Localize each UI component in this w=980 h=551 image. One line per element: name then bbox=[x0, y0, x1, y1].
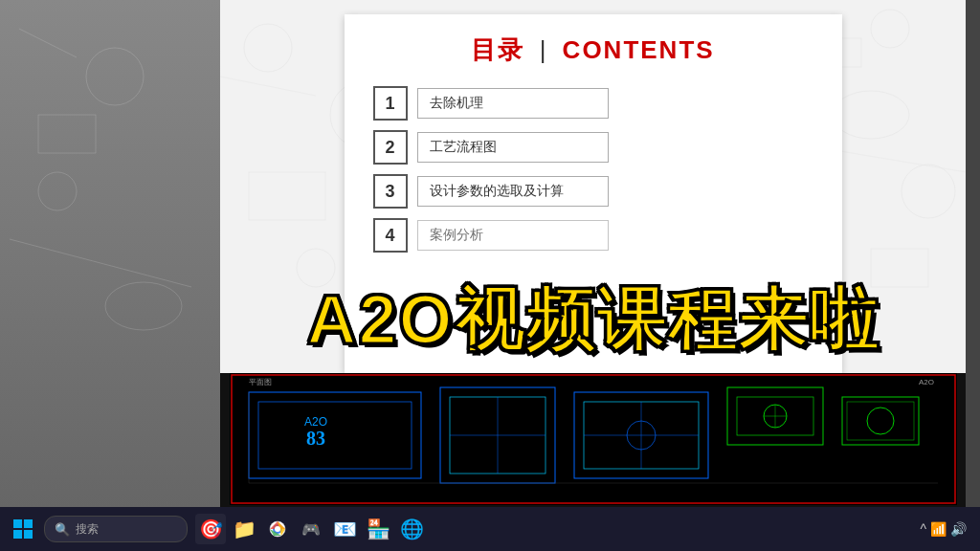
title-divider: | bbox=[540, 35, 557, 64]
left-panel bbox=[0, 0, 220, 507]
taskbar-search-bar[interactable]: 🔍 搜索 bbox=[44, 516, 188, 542]
network-icon[interactable]: 📶 bbox=[930, 521, 947, 537]
right-panel bbox=[966, 0, 980, 507]
slide-title: 目录 | CONTENTS bbox=[373, 33, 813, 67]
svg-line-4 bbox=[10, 239, 191, 287]
item-text-2: 工艺流程图 bbox=[417, 132, 609, 163]
start-button[interactable] bbox=[6, 512, 40, 546]
svg-point-7 bbox=[871, 10, 909, 48]
item-text-3: 设计参数的选取及计算 bbox=[417, 176, 609, 207]
speaker-icon[interactable]: 🔊 bbox=[950, 521, 967, 537]
item-number-4: 4 bbox=[373, 218, 408, 253]
svg-rect-16 bbox=[871, 249, 928, 287]
list-item: 3 设计参数的选取及计算 bbox=[373, 174, 813, 209]
svg-rect-12 bbox=[249, 172, 325, 220]
taskbar-app-icons: 🎯 📁 🎮 📧 🏪 🌐 bbox=[195, 514, 427, 544]
taskbar-icon-97[interactable]: 🎮 bbox=[296, 514, 326, 544]
svg-rect-47 bbox=[24, 530, 33, 539]
svg-rect-46 bbox=[13, 530, 22, 539]
svg-rect-44 bbox=[13, 519, 22, 528]
slide-section: 目录 | CONTENTS 1 去除机理 2 工艺流程图 3 设 bbox=[220, 0, 966, 373]
title-cn: 目录 bbox=[471, 35, 524, 64]
svg-text:A2O: A2O bbox=[303, 415, 326, 429]
item-number-2: 2 bbox=[373, 130, 408, 165]
center-panel: 目录 | CONTENTS 1 去除机理 2 工艺流程图 3 设 bbox=[220, 0, 966, 507]
svg-rect-2 bbox=[38, 115, 96, 153]
taskbar: 🔍 搜索 🎯 📁 🎮 📧 🏪 bbox=[0, 507, 980, 551]
item-text-4: 案例分析 bbox=[417, 220, 609, 251]
svg-rect-17 bbox=[230, 373, 957, 505]
svg-point-3 bbox=[38, 172, 77, 210]
item-number-3: 3 bbox=[373, 174, 408, 209]
svg-point-13 bbox=[902, 165, 955, 218]
taskbar-icon-edge[interactable]: 🌐 bbox=[396, 514, 427, 544]
cad-section: 83 A2O bbox=[220, 373, 966, 507]
svg-point-6 bbox=[244, 24, 292, 72]
svg-text:A2O: A2O bbox=[919, 378, 934, 386]
taskbar-icon-2[interactable]: 📁 bbox=[229, 514, 259, 544]
contents-list: 1 去除机理 2 工艺流程图 3 设计参数的选取及计算 4 案例分析 bbox=[373, 86, 813, 253]
title-en: CONTENTS bbox=[563, 35, 715, 64]
windows-logo-icon bbox=[12, 518, 33, 540]
cad-drawing: 83 A2O bbox=[230, 373, 957, 505]
svg-line-11 bbox=[220, 77, 316, 96]
svg-line-0 bbox=[19, 29, 77, 57]
taskbar-icon-chrome[interactable] bbox=[262, 514, 293, 544]
taskbar-icon-1[interactable]: 🎯 bbox=[195, 514, 226, 544]
list-item: 1 去除机理 bbox=[373, 86, 813, 121]
svg-point-1 bbox=[86, 48, 144, 105]
taskbar-icon-store[interactable]: 🏪 bbox=[363, 514, 393, 544]
svg-point-50 bbox=[275, 526, 280, 532]
svg-point-5 bbox=[105, 282, 182, 330]
system-tray: ^ 📶 🔊 bbox=[920, 521, 967, 537]
tray-expand-icon[interactable]: ^ bbox=[920, 521, 926, 537]
list-item: 2 工艺流程图 bbox=[373, 130, 813, 165]
item-text-1: 去除机理 bbox=[417, 88, 609, 119]
item-number-1: 1 bbox=[373, 86, 408, 121]
svg-rect-45 bbox=[24, 519, 33, 528]
list-item: 4 案例分析 bbox=[373, 218, 813, 253]
chrome-icon bbox=[267, 518, 288, 540]
svg-point-10 bbox=[833, 91, 909, 139]
search-icon: 🔍 bbox=[55, 522, 70, 537]
svg-text:平面图: 平面图 bbox=[249, 378, 272, 386]
main-wrapper: 目录 | CONTENTS 1 去除机理 2 工艺流程图 3 设 bbox=[0, 0, 980, 507]
svg-text:83: 83 bbox=[306, 428, 325, 449]
overlay-text: A2O视频课程来啦 bbox=[220, 285, 966, 354]
taskbar-icon-mail[interactable]: 📧 bbox=[329, 514, 360, 544]
taskbar-right: ^ 📶 🔊 bbox=[920, 521, 974, 537]
search-placeholder: 搜索 bbox=[76, 521, 99, 538]
